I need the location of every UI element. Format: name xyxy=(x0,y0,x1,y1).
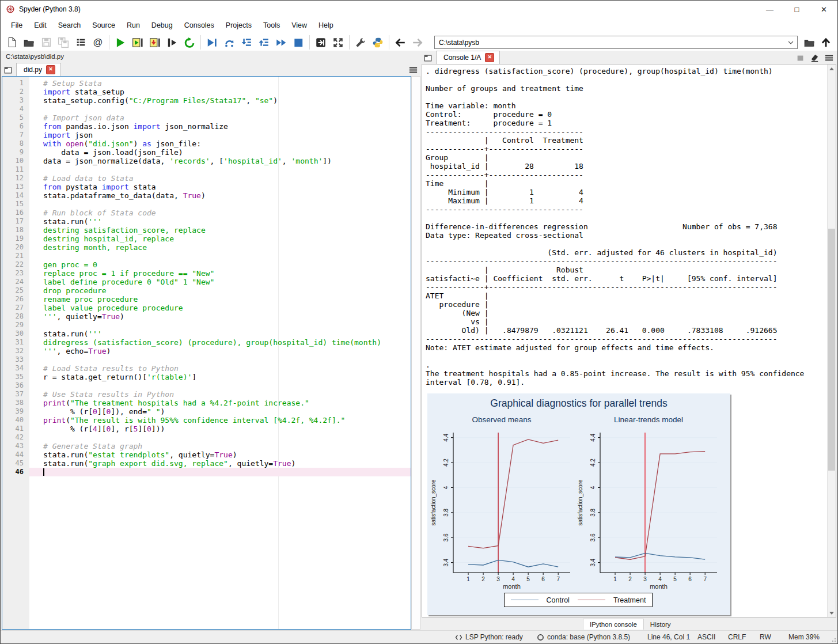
code-line[interactable]: 5# Import json data xyxy=(2,113,411,122)
code-line[interactable]: 27label value procedure procedure xyxy=(2,304,411,312)
menu-debug[interactable]: Debug xyxy=(146,19,179,32)
parent-directory-button[interactable] xyxy=(818,34,834,51)
code-line[interactable]: 15 xyxy=(2,200,411,209)
code-line[interactable]: 8with open("did.json") as json_file: xyxy=(2,139,411,148)
code-line[interactable]: 29 xyxy=(2,321,411,329)
code-line[interactable]: 11 xyxy=(2,165,411,174)
code-line[interactable]: 12# Load data to Stata xyxy=(2,174,411,183)
code-line[interactable]: 32''', echo=True) xyxy=(2,347,411,355)
symbol-finder-button[interactable]: @ xyxy=(89,34,107,51)
back-button[interactable] xyxy=(392,34,409,51)
code-line[interactable]: 9 data = json.load(json_file) xyxy=(2,148,411,157)
code-line[interactable]: 19destring hospital_id, replace xyxy=(2,234,411,243)
python-path-button[interactable] xyxy=(369,34,386,51)
code-line[interactable]: 2import stata_setup xyxy=(2,88,411,96)
tab-ipython-console[interactable]: IPython console xyxy=(583,619,644,630)
console-options-menu-icon[interactable] xyxy=(824,53,834,63)
debug-continue-button[interactable] xyxy=(272,34,290,51)
interrupt-kernel-icon[interactable] xyxy=(796,54,805,63)
menu-help[interactable]: Help xyxy=(313,19,339,32)
code-line[interactable]: 7import json xyxy=(2,131,411,139)
file-switcher-button[interactable] xyxy=(72,34,89,51)
tab-did-py[interactable]: did.py ✕ xyxy=(16,63,61,76)
step-into-button[interactable] xyxy=(238,34,255,51)
menu-file[interactable]: File xyxy=(5,19,28,32)
menu-view[interactable]: View xyxy=(286,19,313,32)
code-line[interactable]: 26rename proc procedure xyxy=(2,295,411,304)
code-line[interactable]: 38print("The treatment hospitals had a %… xyxy=(2,399,411,407)
browse-directory-button[interactable] xyxy=(801,34,817,51)
run-cell-button[interactable] xyxy=(129,34,146,51)
browse-tabs-button[interactable] xyxy=(2,65,14,76)
scrollbar-thumb[interactable] xyxy=(828,229,835,471)
code-line[interactable]: 18destring satisfaction_score, replace xyxy=(2,226,411,234)
preferences-button[interactable] xyxy=(352,34,369,51)
code-line[interactable]: 39 % (r[0][0]), end=" ") xyxy=(2,407,411,416)
ipython-console-output-area[interactable]: . didregress (satisfaction_score) (proce… xyxy=(422,64,836,618)
tab-close-icon[interactable]: ✕ xyxy=(46,65,55,74)
menu-projects[interactable]: Projects xyxy=(220,19,257,32)
code-line[interactable]: 30stata.run(''' xyxy=(2,329,411,338)
tab-console-1a[interactable]: Console 1/A ✕ xyxy=(436,51,500,64)
editor-options-menu-icon[interactable] xyxy=(408,65,418,75)
code-line[interactable]: 40print("The result is with 95%% confide… xyxy=(2,416,411,425)
code-line[interactable]: 22gen proc = 0 xyxy=(2,260,411,269)
code-line[interactable]: 42 xyxy=(2,433,411,442)
run-selection-button[interactable] xyxy=(164,34,181,51)
clear-console-icon[interactable] xyxy=(810,53,820,63)
console-tab-close-icon[interactable]: ✕ xyxy=(485,53,494,62)
maximize-button[interactable]: □ xyxy=(783,1,810,18)
menu-run[interactable]: Run xyxy=(121,19,146,32)
menu-source[interactable]: Source xyxy=(86,19,121,32)
menu-edit[interactable]: Edit xyxy=(28,19,52,32)
rerun-cell-button[interactable] xyxy=(181,34,198,51)
run-file-button[interactable] xyxy=(112,34,129,51)
code-line[interactable]: 36 xyxy=(2,381,411,390)
code-line[interactable]: 10data = json_normalize(data, 'records',… xyxy=(2,157,411,165)
code-line[interactable]: 6from pandas.io.json import json_normali… xyxy=(2,122,411,131)
menu-tools[interactable]: Tools xyxy=(257,19,286,32)
code-line[interactable]: 20destring month, replace xyxy=(2,243,411,252)
stop-debug-button[interactable] xyxy=(290,34,307,51)
code-line[interactable]: 44stata.run("estat trendplots", quietly=… xyxy=(2,450,411,459)
code-line[interactable]: 16# Run block of Stata code xyxy=(2,209,411,217)
code-line[interactable]: 1# Setup Stata xyxy=(2,79,411,88)
menu-consoles[interactable]: Consoles xyxy=(179,19,220,32)
run-cell-advance-button[interactable] xyxy=(146,34,164,51)
code-editor[interactable]: 1# Setup Stata2import stata_setup3stata_… xyxy=(2,76,411,630)
fullscreen-button[interactable] xyxy=(329,34,347,51)
menu-search[interactable]: Search xyxy=(52,19,87,32)
scroll-up-icon[interactable] xyxy=(828,65,836,73)
close-button[interactable]: ✕ xyxy=(810,1,837,18)
code-line[interactable]: 23replace proc = 1 if procedure == "New" xyxy=(2,269,411,278)
code-line[interactable]: 14stata.pdataframe_to_data(data, True) xyxy=(2,191,411,200)
code-line[interactable]: 17stata.run(''' xyxy=(2,217,411,226)
code-line[interactable]: 25drop procedure xyxy=(2,286,411,295)
code-line[interactable]: 24label define procedure 0 "Old" 1 "New" xyxy=(2,278,411,286)
tab-history[interactable]: History xyxy=(644,619,677,630)
code-line[interactable]: 43# Generate Stata graph xyxy=(2,442,411,450)
code-line[interactable]: 46 xyxy=(2,468,411,476)
code-line[interactable]: 4 xyxy=(2,105,411,113)
maximize-pane-button[interactable] xyxy=(312,34,329,51)
debug-file-button[interactable] xyxy=(203,34,221,51)
open-file-button[interactable] xyxy=(20,34,37,51)
editor-scroll-flag-area[interactable] xyxy=(411,76,420,630)
code-line[interactable]: 45stata.run("graph export did.svg, repla… xyxy=(2,459,411,468)
code-line[interactable]: 21 xyxy=(2,252,411,260)
console-browse-tabs-button[interactable] xyxy=(422,52,434,64)
resize-grip[interactable] xyxy=(832,638,836,642)
minimize-button[interactable]: — xyxy=(756,1,783,18)
code-line[interactable]: 41 % (r[4][0], r[5][0])) xyxy=(2,425,411,433)
step-over-button[interactable] xyxy=(221,34,238,51)
code-line[interactable]: 31didregress (satisfaction_score) (proce… xyxy=(2,338,411,347)
code-line[interactable]: 37# Use Stata results in Python xyxy=(2,390,411,399)
code-line[interactable]: 13from pystata import stata xyxy=(2,183,411,191)
new-file-button[interactable] xyxy=(3,34,20,51)
working-directory-input[interactable]: C:\stata\pysb xyxy=(434,36,798,49)
code-line[interactable]: 34# Load Stata results to Python xyxy=(2,364,411,373)
console-scrollbar[interactable] xyxy=(827,65,836,617)
chevron-down-icon[interactable] xyxy=(787,39,795,47)
scroll-down-icon[interactable] xyxy=(828,609,836,617)
step-return-button[interactable] xyxy=(255,34,272,51)
